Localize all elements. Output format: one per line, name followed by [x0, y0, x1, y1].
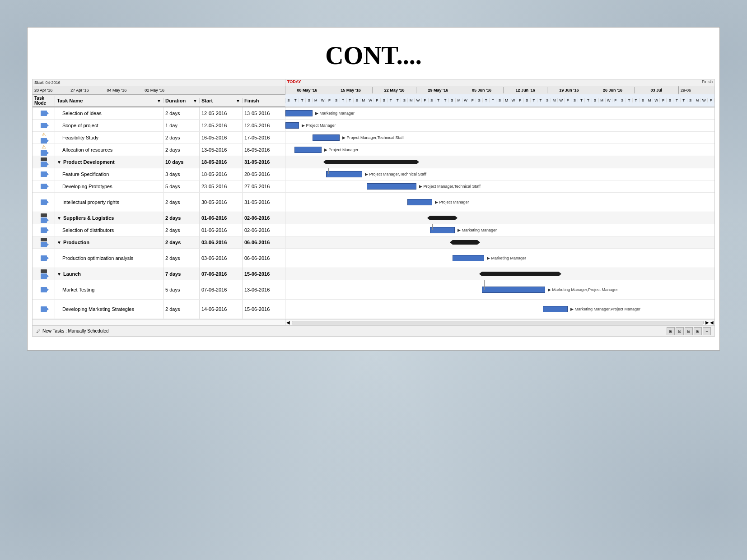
- gantt-bar-label: ▶ Project Manager: [302, 123, 336, 128]
- cell-start: 23-05-2016: [200, 180, 243, 192]
- col-header-duration: Duration ▼: [163, 98, 200, 103]
- day-label: T: [388, 98, 394, 102]
- scroll-bar[interactable]: ◀ ▶ ◀: [33, 319, 714, 325]
- summary-mode-icon: [41, 213, 47, 223]
- task-mode-icon: [41, 199, 47, 205]
- day-label: S: [687, 98, 694, 102]
- day-label: W: [606, 98, 612, 102]
- table-row: Market Testing5 days07-06-201613-06-2016…: [33, 280, 714, 300]
- table-row: Production optimization analysis2 days03…: [33, 249, 714, 268]
- day-label: W: [510, 98, 517, 102]
- cell-duration: 7 days: [163, 268, 200, 280]
- cell-task-mode: ⚠: [33, 144, 55, 156]
- day-label: S: [333, 98, 340, 102]
- summary-marker: ▼: [57, 160, 61, 165]
- task-mode-icon: [41, 150, 47, 156]
- new-tasks-icon: 🖊: [36, 329, 41, 333]
- day-label: T: [578, 98, 585, 102]
- gantt-bar-label: ▶ Project Manager,Technical Staff: [342, 135, 404, 140]
- cell-chart: ▶ Marketing Manager: [285, 107, 714, 119]
- col-header-finish: Finish: [243, 98, 285, 103]
- status-icon-2[interactable]: ⊡: [676, 327, 684, 335]
- cell-duration: 2 days: [163, 193, 200, 212]
- cell-chart: [285, 212, 714, 224]
- gantt-bar: [313, 134, 340, 141]
- day-label: M: [646, 98, 653, 102]
- cell-duration: 3 days: [163, 168, 200, 180]
- gantt-bar: [482, 287, 545, 293]
- cell-chart: ▶ Project Manager,Technical Staff: [285, 180, 714, 192]
- day-label: F: [422, 98, 429, 102]
- gantt-bar-label: ▶ Marketing Manager,Project Manager: [570, 307, 640, 311]
- cell-finish: 31-05-2016: [243, 193, 285, 212]
- summary-mode-icon: [41, 238, 47, 247]
- task-mode-icon: [41, 138, 47, 143]
- day-label: M: [599, 98, 606, 102]
- cell-chart: ▶ Project Manager: [285, 144, 714, 156]
- day-label: W: [558, 98, 565, 102]
- cell-finish: 02-06-2016: [243, 212, 285, 224]
- day-label: M: [456, 98, 462, 102]
- status-icon-3[interactable]: ⊟: [685, 327, 693, 335]
- cell-task-mode: ⚠: [33, 132, 55, 143]
- day-label: S: [640, 98, 646, 102]
- cell-start: 12-05-2016: [200, 120, 243, 131]
- cell-duration: 5 days: [163, 180, 200, 192]
- timeline-month: 29 May '16: [416, 87, 460, 93]
- day-label: S: [619, 98, 626, 102]
- timeline-header-right: 08 May '1615 May '1622 May '1629 May '16…: [285, 86, 678, 94]
- cell-task-mode: [33, 224, 55, 236]
- cell-duration: 2 days: [163, 107, 200, 119]
- cell-finish: 31-05-2016: [243, 156, 285, 168]
- cell-start: 07-06-2016: [200, 268, 243, 280]
- timeline-month: 08 May '16: [285, 87, 329, 93]
- table-row: ▼Suppliers & Logistics2 days01-06-201602…: [33, 212, 714, 224]
- day-label: S: [429, 98, 435, 102]
- cell-task-mode: [33, 212, 55, 224]
- gantt-bar-label: ▶ Project Manager,Technical Staff: [365, 172, 426, 176]
- cell-task-mode: [33, 280, 55, 299]
- cell-chart: ▶ Project Manager,Technical Staff: [285, 132, 714, 143]
- column-headers: Task Mode Task Name ▼ Duration ▼ Start ▼…: [33, 95, 714, 107]
- cell-task-name: Intellectual property rights: [55, 193, 163, 212]
- scroll-left: [33, 319, 285, 325]
- day-label: F: [326, 98, 333, 102]
- cell-finish: 16-05-2016: [243, 144, 285, 156]
- start-label: Start: [34, 80, 44, 85]
- cell-task-name: ▼Product Development: [55, 156, 163, 168]
- day-label: T: [633, 98, 640, 102]
- status-icon-1[interactable]: ⊞: [667, 327, 675, 335]
- title-area: CONT....: [28, 28, 719, 79]
- cell-duration: 2 days: [163, 236, 200, 248]
- table-row: Selection of ideas2 days12-05-201613-05-…: [33, 107, 714, 120]
- col-header-start: Start ▼: [200, 98, 243, 103]
- cell-task-name: ▼Launch: [55, 268, 163, 280]
- connector-line: [432, 224, 433, 230]
- cell-start: 18-05-2016: [200, 168, 243, 180]
- day-label: S: [354, 98, 360, 102]
- scroll-track[interactable]: [292, 321, 704, 324]
- cell-finish: 13-05-2016: [243, 107, 285, 119]
- cell-start: 13-05-2016: [200, 144, 243, 156]
- status-icon-4[interactable]: ⊞: [694, 327, 702, 335]
- day-label: S: [496, 98, 503, 102]
- day-label: T: [442, 98, 449, 102]
- connector-line: [328, 168, 329, 174]
- gantt-bar-label: ▶ Project Manager,Technical Staff: [419, 184, 481, 189]
- main-container: CONT.... Start 04-2016 TODAY Finish: [27, 27, 720, 351]
- cell-start: 07-06-2016: [200, 280, 243, 299]
- task-mode-icon: [41, 227, 47, 233]
- cell-task-name: Developing Prototypes: [55, 180, 163, 192]
- day-label: S: [544, 98, 551, 102]
- cell-duration: 2 days: [163, 249, 200, 268]
- cell-chart: [285, 156, 714, 168]
- status-icon-minus[interactable]: −: [703, 327, 711, 335]
- cell-duration: 2 days: [163, 212, 200, 224]
- timeline-month: 22 May '16: [373, 87, 416, 93]
- day-label: T: [340, 98, 347, 102]
- table-row: Selection of distributors2 days01-06-201…: [33, 224, 714, 236]
- cell-duration: 10 days: [163, 156, 200, 168]
- cell-task-mode: [33, 180, 55, 192]
- table-row: Developing Prototypes5 days23-05-201627-…: [33, 180, 714, 193]
- cell-chart: ▶ Marketing Manager: [285, 224, 714, 236]
